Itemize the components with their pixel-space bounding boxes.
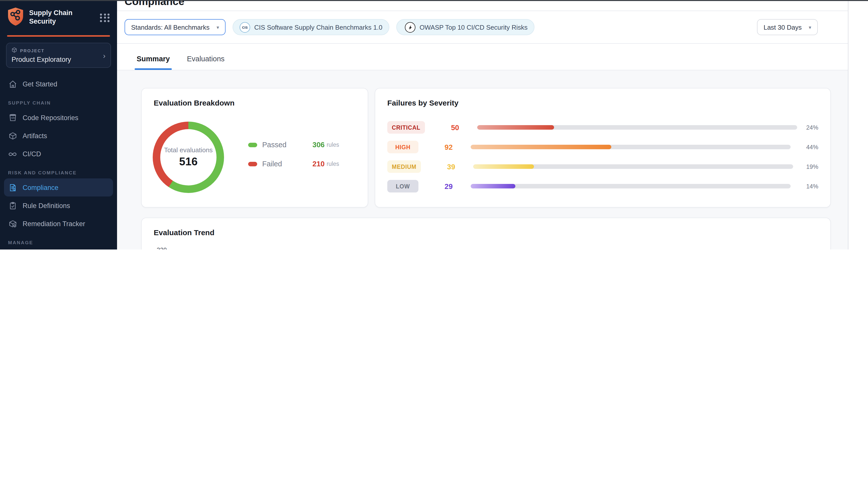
sidebar-section-label: SUPPLY CHAIN [0,93,117,109]
severity-badge: LOW [387,180,419,193]
tabs: Summary Evaluations [117,44,848,70]
sidebar-header: Supply Chain Security [0,0,117,33]
main-area: Compliance Standards: All Benchmarks ▾ C… [117,0,848,250]
chevron-right-icon: › [103,51,106,59]
app-root: Supply Chain Security PROJECT Product Ex… [0,0,868,250]
breakdown-legend: Passed306rulesFailed210rules [248,141,339,168]
severity-badge: CRITICAL [387,121,425,134]
cube-icon [12,47,17,54]
chevron-down-icon: ▾ [216,24,219,30]
y-axis-tick-label: 320 [157,246,167,250]
severity-count: 92 [445,143,468,151]
failures-by-severity-card: Failures by Severity CRITICAL5024%HIGH92… [375,88,831,208]
severity-bar-track [473,164,793,169]
page-title: Compliance [125,0,184,8]
legend-swatch [248,161,257,166]
donut-center-label: Total evaluations [164,146,213,155]
sidebar-section-label: MANAGE [0,233,117,248]
chevron-down-icon: ▾ [809,24,811,30]
project-name: Product Exploratory [12,56,103,63]
remediation-icon [8,219,17,228]
sidebar-item-label: Get Started [23,80,57,88]
severity-percent: 14% [806,183,818,190]
severity-bar-fill [473,164,534,169]
severity-percent: 44% [806,144,818,150]
sidebar-nav: Get Started SUPPLY CHAIN</>Code Reposito… [0,75,117,250]
legend-label: Passed [262,141,294,149]
sidebar-item-label: Artifacts [23,132,47,139]
brand-title: Supply Chain Security [29,9,95,26]
breakdown-legend-row: Passed306rules [248,141,339,149]
benchmark-chip-owasp[interactable]: OWASP Top 10 CI/CD Security Risks [396,19,534,35]
severity-badge: HIGH [387,141,419,153]
trend-line-chart: 3203103002902802702602502402302202102001… [142,237,807,250]
sidebar-item-label: CI/CD [23,150,41,158]
donut-total-value: 516 [179,156,197,169]
project-label: PROJECT [20,48,45,53]
severity-count: 29 [445,182,468,190]
chip-label: CIS Software Supply Chain Benchmarks 1.0 [254,23,382,31]
severity-bar-track [471,184,791,188]
standards-filter-dropdown[interactable]: Standards: All Benchmarks ▾ [125,19,225,35]
sidebar-item-label: Code Repositories [23,114,78,121]
severity-bar-fill [471,184,516,188]
cicd-icon [8,149,17,158]
severity-count: 39 [447,162,470,171]
sidebar-item-code-repositories[interactable]: </>Code Repositories [0,109,117,126]
brand-shield-logo [7,7,24,28]
sidebar-item-remediation-tracker[interactable]: Remediation Tracker [0,215,117,233]
sidebar-section-label: RISK AND COMPLIANCE [0,163,117,179]
sidebar-item-label: Rule Definitions [23,202,70,209]
sidebar: Supply Chain Security PROJECT Product Ex… [0,0,117,250]
sidebar-item-label: Compliance [23,184,59,191]
sidebar-item-get-started[interactable]: Get Started [0,75,117,93]
sidebar-item-label: Remediation Tracker [23,220,85,227]
legend-unit: rules [326,142,339,148]
chip-label: OWASP Top 10 CI/CD Security Risks [419,23,528,31]
brand-accent-divider [7,35,110,37]
legend-label: Failed [262,160,294,168]
severity-rows: CRITICAL5024%HIGH9244%MEDIUM3919%LOW2914… [387,121,818,193]
severity-row: HIGH9244% [387,141,818,153]
severity-row: MEDIUM3919% [387,160,818,173]
project-selector[interactable]: PROJECT Product Exploratory › [6,43,111,68]
evaluation-breakdown-card: Evaluation Breakdown Total evaluations 5… [141,88,368,208]
severity-badge: MEDIUM [387,160,421,173]
evaluation-trend-card: Evaluation Trend 32031030029028027026025… [141,218,831,250]
date-range-value: Last 30 Days [764,23,802,31]
home-icon [8,80,17,88]
severity-count: 50 [451,123,474,131]
card-title: Evaluation Trend [154,228,818,237]
app-switcher-icon[interactable] [100,13,110,22]
right-gutter [848,0,868,250]
repo-icon: </> [8,113,17,122]
legend-value: 306 [312,141,324,149]
severity-bar-fill [471,145,611,149]
sidebar-item-compliance[interactable]: Compliance [4,179,113,196]
evaluations-donut-chart: Total evaluations 516 [153,122,224,193]
sidebar-item-ci-cd[interactable]: CI/CD [0,145,117,163]
dashboard-content: Evaluation Breakdown Total evaluations 5… [117,70,848,250]
severity-row: LOW2914% [387,180,818,193]
tab-evaluations[interactable]: Evaluations [187,55,224,70]
legend-swatch [248,143,257,147]
standards-filter-value: Standards: All Benchmarks [131,23,210,31]
date-range-dropdown[interactable]: Last 30 Days ▾ [757,19,818,35]
card-title: Failures by Severity [387,98,818,107]
benchmark-chip-cis[interactable]: CIS CIS Software Supply Chain Benchmarks… [233,19,389,35]
breakdown-legend-row: Failed210rules [248,160,339,168]
severity-bar-track [471,145,791,149]
severity-percent: 19% [806,163,818,170]
legend-unit: rules [326,161,339,167]
sidebar-item-artifacts[interactable]: Artifacts [0,126,117,145]
compliance-icon [8,183,17,192]
sidebar-item-integrations[interactable]: Integrations [0,248,117,250]
tab-summary[interactable]: Summary [137,55,170,70]
rules-icon [8,201,17,210]
artifacts-icon [8,131,17,140]
severity-bar-fill [477,125,554,130]
cis-icon: CIS [239,22,250,33]
sidebar-item-rule-definitions[interactable]: Rule Definitions [0,196,117,215]
filter-bar: Standards: All Benchmarks ▾ CIS CIS Soft… [117,11,848,44]
card-title: Evaluation Breakdown [154,98,356,107]
